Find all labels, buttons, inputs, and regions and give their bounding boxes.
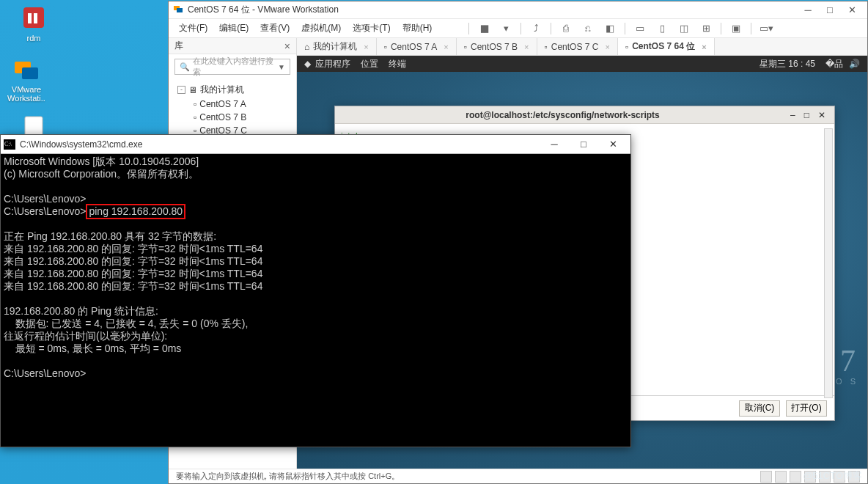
- ping-highlight: ping 192.168.200.80: [86, 204, 185, 219]
- cmd-close-button[interactable]: ✕: [598, 135, 628, 154]
- menu-edit[interactable]: 编辑(E): [215, 21, 253, 36]
- tab-centos-c[interactable]: ▫ CentOS 7 C ×: [537, 38, 618, 55]
- unity-icon[interactable]: ▭▾: [759, 21, 773, 36]
- open-button[interactable]: 打开(O): [786, 400, 827, 417]
- close-button[interactable]: ✕: [841, 4, 863, 15]
- tab-close-icon[interactable]: ×: [524, 43, 529, 51]
- cmd-body[interactable]: Microsoft Windows [版本 10.0.19045.2006] (…: [1, 154, 630, 447]
- term-min-icon[interactable]: –: [790, 110, 795, 120]
- tree-item[interactable]: ▫CentOS 7 A: [173, 98, 292, 111]
- monitor-icon: 🖥: [188, 85, 197, 95]
- vm-icon: ▫: [194, 112, 196, 122]
- menu-help[interactable]: 帮助(H): [398, 21, 437, 36]
- statusbar-text: 要将输入定向到该虚拟机, 请将鼠标指针移入其中或按 Ctrl+G。: [176, 471, 400, 482]
- vmware-icon: [12, 54, 41, 84]
- tree-item[interactable]: ▫CentOS 7 B: [173, 111, 292, 124]
- tab-close-icon[interactable]: ×: [605, 43, 609, 51]
- screen-icon: ▫: [625, 42, 628, 52]
- menu-vm[interactable]: 虚拟机(M): [297, 21, 345, 36]
- rdm-icon: [19, 3, 48, 32]
- term-close-icon[interactable]: ✕: [818, 110, 825, 120]
- snapshot-icon[interactable]: ⎙: [559, 21, 573, 36]
- apps-icon[interactable]: ◆: [304, 59, 311, 69]
- cmd-window: C:\Windows\system32\cmd.exe ─ □ ✕ Micros…: [0, 134, 631, 447]
- sidebar-title: 库: [174, 40, 183, 52]
- tree-root-label: 我的计算机: [200, 84, 244, 96]
- layout1-icon[interactable]: ▭: [633, 21, 647, 36]
- tab-label: 我的计算机: [313, 40, 357, 53]
- cmd-minimize-button[interactable]: ─: [540, 135, 569, 154]
- fullscreen-icon[interactable]: ▣: [729, 21, 743, 36]
- desktop-icon-label: rdm: [10, 34, 57, 43]
- cmd-titlebar[interactable]: C:\Windows\system32\cmd.exe ─ □ ✕: [1, 135, 630, 154]
- svg-rect-1: [28, 13, 32, 23]
- gnome-menu-apps[interactable]: 应用程序: [315, 58, 350, 70]
- menu-tabs[interactable]: 选项卡(T): [348, 21, 394, 36]
- menu-file[interactable]: 文件(F): [174, 21, 212, 36]
- svg-rect-7: [177, 8, 183, 12]
- pause-button[interactable]: ▮▮: [477, 21, 491, 36]
- sidebar-search[interactable]: 🔍 在此处键入内容进行搜索 ▼: [174, 59, 290, 75]
- gnome-panel: ◆ 应用程序 位置 终端 星期三 16 : 45 �品 🔊: [297, 56, 867, 72]
- terminal-titlebar[interactable]: root@localhost:/etc/sysconfig/network-sc…: [335, 106, 834, 124]
- tab-label: CentOS 7 B: [471, 42, 518, 52]
- vmware-tabs: ⌂ 我的计算机 × ▫ CentOS 7 A × ▫ CentOS 7 B ×: [297, 38, 867, 56]
- vmware-titlebar[interactable]: CentOS 7 64 位 - VMware Workstation ─ □ ✕: [169, 1, 867, 19]
- send-button[interactable]: ⤴: [529, 21, 543, 36]
- svg-rect-4: [22, 67, 38, 79]
- desktop-icon-rdm[interactable]: rdm: [10, 3, 57, 43]
- layout4-icon[interactable]: ⊞: [699, 21, 713, 36]
- menu-view[interactable]: 查看(V): [256, 21, 294, 36]
- tab-close-icon[interactable]: ×: [702, 43, 706, 51]
- minimize-button[interactable]: ─: [797, 4, 819, 15]
- vmware-statusbar: 要将输入定向到该虚拟机, 请将鼠标指针移入其中或按 Ctrl+G。: [169, 469, 867, 483]
- tree-item-label: CentOS 7 A: [199, 99, 246, 109]
- status-device-icon[interactable]: [760, 471, 772, 483]
- tab-centos-a[interactable]: ▫ CentOS 7 A ×: [377, 38, 457, 55]
- tab-centos-b[interactable]: ▫ CentOS 7 B ×: [457, 38, 537, 55]
- window-buttons: ─ □ ✕: [797, 4, 863, 15]
- tab-centos-64[interactable]: ▫ CentOS 7 64 位 ×: [618, 38, 715, 55]
- home-icon: ⌂: [304, 42, 309, 52]
- status-device-icon[interactable]: [790, 471, 801, 483]
- tab-close-icon[interactable]: ×: [364, 43, 368, 51]
- svg-rect-2: [34, 13, 37, 23]
- tree-root[interactable]: - 🖥 我的计算机: [173, 82, 292, 98]
- tab-label: CentOS 7 A: [391, 42, 437, 52]
- status-device-icon[interactable]: [775, 471, 787, 483]
- desktop-icon-vmware[interactable]: VMware Workstati..: [3, 54, 50, 103]
- layout3-icon[interactable]: ◫: [677, 21, 691, 36]
- screen-icon: ▫: [545, 42, 548, 52]
- desktop: rdm VMware Workstati.. CentOS 7 64 位 - V…: [0, 0, 868, 484]
- vm-icon: ▫: [194, 99, 196, 109]
- tab-close-icon[interactable]: ×: [444, 43, 448, 51]
- screen-icon: ▫: [464, 42, 467, 52]
- network-icon[interactable]: �品: [825, 58, 843, 70]
- layout2-icon[interactable]: ▯: [655, 21, 669, 36]
- gnome-menu-terminal[interactable]: 终端: [389, 58, 406, 70]
- terminal-title: root@localhost:/etc/sysconfig/network-sc…: [339, 110, 786, 120]
- cmd-title: C:\Windows\system32\cmd.exe: [20, 139, 142, 150]
- term-max-icon[interactable]: □: [804, 110, 809, 120]
- cmd-maximize-button[interactable]: □: [569, 135, 598, 154]
- volume-icon[interactable]: 🔊: [849, 59, 860, 69]
- vmware-toolbar: ▮▮ ▾ ⤴ ⎙ ⎌ ◧ ▭ ▯ ◫ ⊞ ▣ ▭▾: [468, 21, 773, 36]
- search-dropdown-icon[interactable]: ▼: [278, 63, 285, 71]
- dropdown-icon[interactable]: ▾: [499, 21, 513, 36]
- desktop-icon-label: VMware Workstati..: [3, 85, 50, 103]
- snapshot-manager-icon[interactable]: ⎌: [581, 21, 595, 36]
- screen-icon: ▫: [384, 42, 387, 52]
- cancel-button[interactable]: 取消(C): [739, 400, 780, 417]
- cmd-icon: [4, 139, 15, 150]
- snapshot-tree-icon[interactable]: ◧: [603, 21, 617, 36]
- tree-item-label: CentOS 7 B: [199, 112, 246, 122]
- collapse-icon[interactable]: -: [177, 86, 185, 94]
- gnome-menu-places[interactable]: 位置: [361, 58, 378, 70]
- tab-label: CentOS 7 C: [551, 42, 599, 52]
- maximize-button[interactable]: □: [819, 4, 841, 15]
- terminal-scrollbar[interactable]: [824, 128, 833, 398]
- sidebar-close-icon[interactable]: ×: [284, 40, 290, 52]
- tab-home[interactable]: ⌂ 我的计算机 ×: [297, 38, 377, 55]
- search-icon: 🔍: [180, 62, 190, 72]
- vmware-title: CentOS 7 64 位 - VMware Workstation: [188, 4, 339, 16]
